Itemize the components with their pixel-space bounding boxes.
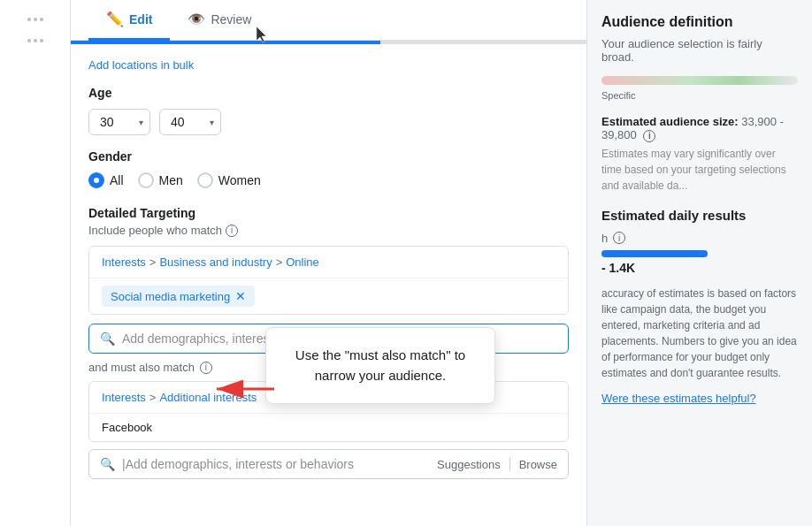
- include-label: Include people who match i: [88, 224, 569, 237]
- tab-review[interactable]: 👁️ Review: [170, 0, 269, 41]
- bottom-search-wrapper[interactable]: 🔍 |Add demographics, interests or behavi…: [88, 449, 569, 479]
- gender-men-option[interactable]: Men: [138, 172, 183, 188]
- tab-edit-label: Edit: [129, 12, 152, 27]
- age-label: Age: [88, 86, 569, 100]
- gender-all-label: All: [110, 173, 124, 187]
- targeting-box-1: Interests > Business and industry > Onli…: [88, 246, 569, 315]
- gender-label: Gender: [88, 149, 569, 164]
- tooltip-popup: Use the "must also match" to narrow your…: [265, 327, 495, 404]
- tag-close-icon[interactable]: ✕: [235, 289, 246, 303]
- tab-review-label: Review: [211, 12, 251, 27]
- breadcrumb-online-link[interactable]: Online: [286, 255, 319, 269]
- tag-facebook: Facebook: [89, 414, 568, 441]
- bottom-search-right: Suggestions Browse: [437, 457, 557, 471]
- sidebar: [0, 0, 71, 526]
- daily-bar: [601, 250, 708, 257]
- tag-social-media: Social media marketing ✕: [102, 286, 255, 307]
- must-match-info-icon[interactable]: i: [200, 362, 212, 374]
- spectrum-bar: [601, 76, 798, 85]
- age-to-wrapper: 40 242934 444965+ ▾: [159, 109, 221, 135]
- add-locations-link[interactable]: Add locations in bulk: [88, 58, 194, 72]
- helpful-link[interactable]: Were these estimates helpful?: [601, 392, 756, 405]
- gender-women-option[interactable]: Women: [197, 172, 261, 188]
- size-note: Estimates may vary significantly over ti…: [601, 146, 798, 194]
- reach-info-icon[interactable]: i: [613, 232, 625, 244]
- center-panel: ✏️ Edit 👁️ Review Add locations in bulk …: [71, 0, 586, 526]
- daily-result-row: h i: [601, 232, 798, 245]
- breadcrumb-row-1: Interests > Business and industry > Onli…: [89, 247, 568, 278]
- tooltip-text: Use the "must also match" to narrow your…: [295, 347, 465, 383]
- cursor-icon: [257, 27, 271, 44]
- estimated-size-label: Estimated audience size:: [601, 115, 739, 128]
- tag-label: Social media marketing: [111, 290, 230, 303]
- gender-all-radio[interactable]: [88, 172, 104, 188]
- review-icon: 👁️: [188, 11, 205, 27]
- daily-results-title: Estimated daily results: [601, 208, 798, 223]
- breadcrumb-sep-1: >: [149, 255, 157, 269]
- daily-note: accuracy of estimates is based on factor…: [601, 286, 798, 381]
- audience-def-title: Audience definition: [601, 14, 798, 30]
- breadcrumb-interests-link[interactable]: Interests: [102, 255, 146, 269]
- include-info-icon[interactable]: i: [226, 225, 238, 237]
- panel-content: Add locations in bulk Age 30 182025 3540…: [71, 44, 586, 493]
- age-row: 30 182025 354045 ▾ 40 242934 444965+ ▾: [88, 109, 569, 135]
- detailed-targeting-title: Detailed Targeting: [88, 206, 569, 220]
- divider: [509, 457, 510, 471]
- red-arrow-icon: [208, 378, 279, 402]
- estimated-size: Estimated audience size: 33,900 - 39,800…: [601, 115, 798, 142]
- breadcrumb-sep-2: >: [276, 255, 283, 269]
- breadcrumb-business-link[interactable]: Business and industry: [159, 255, 272, 269]
- gender-all-option[interactable]: All: [88, 172, 124, 188]
- tab-edit[interactable]: ✏️ Edit: [88, 0, 170, 41]
- age-to-select[interactable]: 40 242934 444965+: [159, 109, 221, 135]
- reach-label: h: [601, 232, 608, 245]
- edit-icon: ✏️: [106, 11, 124, 27]
- search-icon-2: 🔍: [100, 457, 115, 471]
- age-from-select[interactable]: 30 182025 354045: [88, 109, 150, 135]
- daily-value: - 1.4K: [601, 261, 798, 275]
- breadcrumb-sep-3: >: [149, 391, 157, 404]
- sidebar-menu-1[interactable]: [27, 18, 43, 21]
- gender-row: All Men Women: [88, 172, 569, 188]
- right-panel: Audience definition Your audience select…: [586, 0, 812, 526]
- age-from-wrapper: 30 182025 354045 ▾: [88, 109, 150, 135]
- search-icon-1: 🔍: [100, 332, 115, 346]
- main-content: ✏️ Edit 👁️ Review Add locations in bulk …: [71, 0, 812, 526]
- bottom-search-left: 🔍 |Add demographics, interests or behavi…: [100, 457, 430, 471]
- breadcrumb-interests-2-link[interactable]: Interests: [102, 391, 146, 404]
- tag-row-1: Social media marketing ✕: [89, 278, 568, 314]
- tab-bar: ✏️ Edit 👁️ Review: [71, 0, 586, 41]
- browse-label[interactable]: Browse: [519, 458, 557, 471]
- search-placeholder-2: |Add demographics, interests or behavior…: [122, 457, 430, 471]
- suggestions-label[interactable]: Suggestions: [437, 458, 501, 471]
- gender-men-radio[interactable]: [138, 172, 154, 188]
- gender-women-radio[interactable]: [197, 172, 213, 188]
- must-match-label: and must also match: [88, 361, 195, 374]
- size-info-icon[interactable]: i: [643, 130, 655, 142]
- audience-desc: Your audience selection is fairly broad.: [601, 37, 798, 64]
- spec-label: Specific: [601, 90, 798, 101]
- gender-men-label: Men: [159, 173, 183, 187]
- gender-women-label: Women: [218, 173, 261, 187]
- sidebar-menu-2[interactable]: [27, 39, 43, 42]
